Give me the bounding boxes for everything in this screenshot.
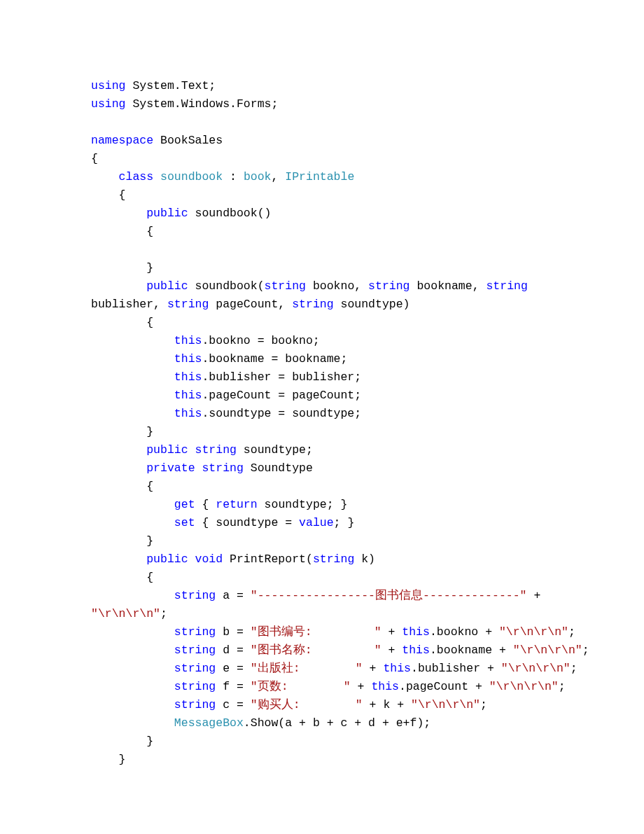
token-str: "\r\n\r\n" bbox=[499, 625, 568, 639]
token-kw: public bbox=[146, 552, 188, 566]
token-str: "页数: " bbox=[251, 680, 351, 693]
code-line: } bbox=[91, 259, 561, 277]
token-kw: string bbox=[313, 552, 354, 566]
token bbox=[195, 461, 202, 475]
code-line: string e = "出版社: " + this.bublisher + "\… bbox=[91, 660, 561, 678]
code-line: { bbox=[91, 314, 561, 332]
token: { bbox=[91, 152, 98, 165]
token bbox=[91, 461, 146, 475]
token-kw: string bbox=[174, 589, 216, 602]
code-block: using System.Text;using System.Windows.F… bbox=[91, 77, 561, 769]
code-line: } bbox=[91, 751, 561, 769]
token: b = bbox=[216, 625, 251, 639]
code-line: string a = "-----------------图书信息-------… bbox=[91, 587, 561, 605]
token: { bbox=[195, 498, 216, 511]
code-line: } bbox=[91, 732, 561, 751]
token-str: "\r\n\r\n" bbox=[513, 644, 582, 657]
code-line: public soundbook(string bookno, string b… bbox=[91, 277, 561, 296]
token-kw: string bbox=[167, 298, 209, 311]
code-line: } bbox=[91, 423, 561, 441]
token: a = bbox=[216, 589, 251, 602]
token: : bbox=[223, 170, 244, 183]
code-line: public string soundtype; bbox=[91, 441, 561, 459]
code-line: "\r\n\r\n"; bbox=[91, 605, 561, 623]
token: soundbook() bbox=[188, 207, 272, 220]
token-kw: namespace bbox=[91, 134, 153, 147]
code-line: string f = "页数: " + this.pageCount + "\r… bbox=[91, 678, 561, 696]
token bbox=[91, 407, 174, 420]
code-line bbox=[91, 113, 561, 132]
token: bookno, bbox=[306, 279, 368, 293]
token-kw: public bbox=[146, 207, 188, 220]
token: .bookname + bbox=[430, 644, 513, 657]
token-str: "-----------------图书信息--------------" bbox=[251, 589, 527, 602]
code-line: string d = "图书名称: " + this.bookname + "\… bbox=[91, 641, 561, 660]
token: .Show(a + b + c + d + e+f); bbox=[244, 716, 430, 730]
code-line: this.pageCount = pageCount; bbox=[91, 387, 561, 405]
token-kw: void bbox=[195, 552, 223, 566]
token: System.Text; bbox=[126, 79, 216, 92]
code-line: string b = "图书编号: " + this.bookno + "\r\… bbox=[91, 623, 561, 641]
code-line: { bbox=[91, 223, 561, 241]
code-page: using System.Text;using System.Windows.F… bbox=[0, 0, 644, 834]
token: } bbox=[91, 425, 153, 438]
token-kw: string bbox=[292, 298, 333, 311]
token-type: IPrintable bbox=[285, 170, 354, 183]
token bbox=[91, 279, 146, 293]
token: c = bbox=[216, 698, 251, 711]
token: pageCount, bbox=[209, 298, 292, 311]
token-kw: this bbox=[174, 352, 202, 366]
token-type: soundbook bbox=[160, 170, 223, 183]
code-line: } bbox=[91, 532, 561, 550]
token: bublisher, bbox=[91, 298, 167, 311]
token: + bbox=[363, 662, 384, 675]
code-line: private string Soundtype bbox=[91, 459, 561, 478]
token bbox=[188, 443, 195, 457]
token bbox=[91, 662, 174, 675]
token: { bbox=[91, 480, 153, 493]
token bbox=[91, 698, 174, 711]
token bbox=[91, 516, 174, 529]
token-type: book bbox=[244, 170, 272, 183]
token: .bookname = bookname; bbox=[202, 352, 347, 366]
token-kw: private bbox=[146, 461, 195, 475]
token-kw: this bbox=[402, 644, 430, 657]
token: ; bbox=[480, 698, 487, 711]
token: + k + bbox=[363, 698, 411, 711]
token: .pageCount + bbox=[399, 680, 489, 693]
token: e = bbox=[216, 662, 251, 675]
code-line: class soundbook : book, IPrintable bbox=[91, 168, 561, 186]
code-line: MessageBox.Show(a + b + c + d + e+f); bbox=[91, 714, 561, 732]
token bbox=[91, 443, 146, 457]
token bbox=[91, 644, 174, 657]
token-kw: using bbox=[91, 79, 126, 92]
token: Soundtype bbox=[244, 461, 313, 475]
token: soundtype; bbox=[237, 443, 313, 457]
code-line: this.bublisher = bublisher; bbox=[91, 368, 561, 387]
token: { bbox=[91, 571, 153, 584]
token: f = bbox=[216, 680, 251, 693]
token-kw: set bbox=[174, 516, 195, 529]
token: ; bbox=[559, 680, 566, 693]
token: .pageCount = pageCount; bbox=[202, 389, 361, 402]
token-kw: this bbox=[402, 625, 430, 639]
token: } bbox=[91, 735, 153, 748]
token: d = bbox=[216, 644, 251, 657]
token-kw: get bbox=[174, 498, 195, 511]
token: k) bbox=[354, 552, 375, 566]
token bbox=[91, 207, 146, 220]
token bbox=[91, 589, 174, 602]
token-kw: value bbox=[299, 516, 334, 529]
code-line: { bbox=[91, 150, 561, 168]
token: { bbox=[91, 188, 126, 202]
token bbox=[91, 498, 174, 511]
token: ; } bbox=[334, 516, 355, 529]
code-line: namespace BookSales bbox=[91, 132, 561, 150]
token-kw: string bbox=[174, 698, 216, 711]
token-kw: return bbox=[216, 498, 257, 511]
token-kw: class bbox=[119, 170, 154, 183]
token: ; bbox=[160, 607, 167, 620]
code-line: { bbox=[91, 478, 561, 496]
code-line: this.bookno = bookno; bbox=[91, 332, 561, 350]
token-kw: this bbox=[383, 662, 411, 675]
